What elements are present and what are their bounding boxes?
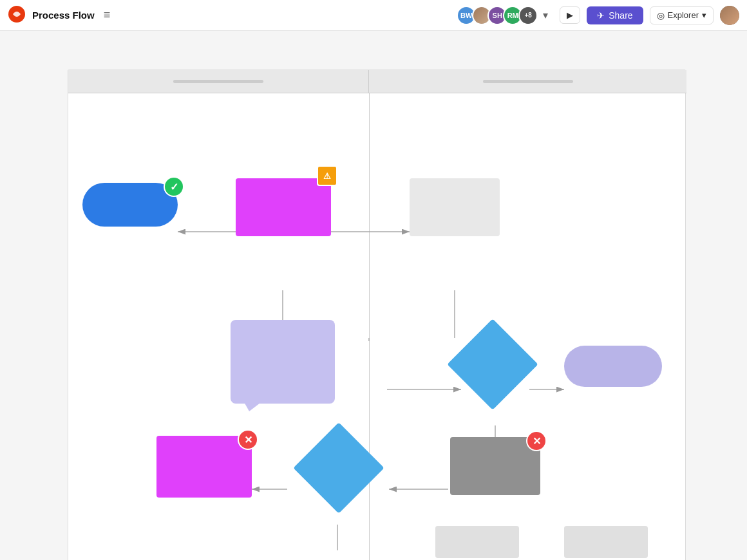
node-diamond-blue-bottom[interactable] xyxy=(307,436,371,500)
avatar-more[interactable]: +8 xyxy=(518,6,538,25)
blue-diamond-bottom-shape xyxy=(293,422,384,513)
column-1-header xyxy=(68,70,369,93)
gray-rect-bottom-left-shape xyxy=(435,526,519,558)
node-pink-rect-bottom[interactable]: ✕ xyxy=(156,436,252,498)
node-speech-bubble[interactable] xyxy=(231,320,335,404)
explorer-button[interactable]: ◎ Explorer ▾ xyxy=(650,6,714,24)
node-diamond-blue-top[interactable] xyxy=(460,332,525,397)
present-button[interactable]: ▶ xyxy=(560,6,580,24)
node-gray-rect-bottom-left[interactable] xyxy=(435,526,519,558)
canvas-area[interactable]: ✓ ⚠ ✕ xyxy=(0,31,747,560)
node-gray-rect-top[interactable] xyxy=(410,178,500,236)
gray-rect-bottom-right-shape xyxy=(564,526,648,558)
pink-rect-bottom-shape xyxy=(156,436,252,498)
node-pink-rect[interactable]: ⚠ xyxy=(236,178,331,236)
share-icon: ✈ xyxy=(597,10,605,21)
node-gray-rect-mid[interactable]: ✕ xyxy=(450,437,540,495)
warning-badge: ⚠ xyxy=(317,165,337,186)
col1-header-bar xyxy=(173,80,263,83)
diagram-board: ✓ ⚠ ✕ xyxy=(68,70,686,560)
col2-header-bar xyxy=(483,80,573,83)
error-badge-right: ✕ xyxy=(526,431,547,451)
error-badge-left: ✕ xyxy=(238,429,258,450)
column-2-header xyxy=(369,70,686,93)
blue-diamond-top-shape xyxy=(447,319,538,409)
share-button[interactable]: ✈ Share xyxy=(587,6,643,24)
header-right-section: BW SH RM +8 ▾ ▶ ✈ Share ◎ Explorer ▾ xyxy=(457,6,739,25)
app-logo[interactable] xyxy=(8,5,26,26)
collaborator-avatars: BW SH RM +8 ▾ xyxy=(457,6,553,25)
app-header: Process Flow ≡ BW SH RM +8 ▾ ▶ ✈ Share ◎… xyxy=(0,0,747,31)
node-blue-pill[interactable]: ✓ xyxy=(82,183,178,227)
avatars-chevron-icon[interactable]: ▾ xyxy=(538,8,553,23)
user-profile-avatar[interactable] xyxy=(720,6,739,25)
explorer-chevron-icon: ▾ xyxy=(702,10,706,20)
speech-bubble-shape xyxy=(231,320,335,404)
lavender-pill-shape xyxy=(564,346,662,387)
present-icon: ▶ xyxy=(567,10,573,20)
document-title: Process Flow xyxy=(32,10,95,21)
pink-rect-shape xyxy=(236,178,331,236)
node-gray-rect-bottom-right[interactable] xyxy=(564,526,648,558)
explorer-circle-icon: ◎ xyxy=(657,10,665,21)
menu-icon[interactable]: ≡ xyxy=(104,8,111,22)
gray-rect-top-shape xyxy=(410,178,500,236)
success-badge: ✓ xyxy=(164,176,184,197)
node-lavender-pill[interactable] xyxy=(564,346,662,387)
